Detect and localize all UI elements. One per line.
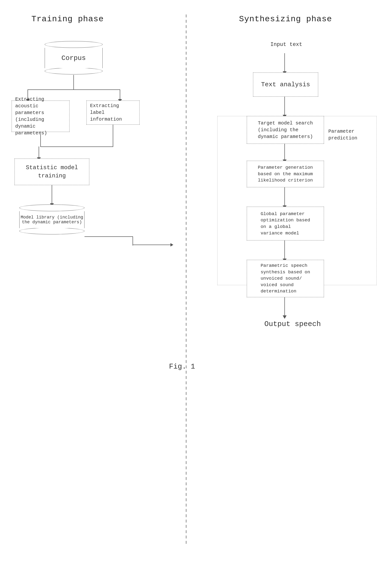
fig-caption: Fig. 1 (169, 362, 195, 371)
extract-acoustic-box: Extracting acoustic parameters (includin… (12, 101, 70, 132)
branch-horizontal (28, 89, 120, 90)
merge-horizontal (40, 147, 113, 147)
arrow-paramgen-to-global (284, 187, 285, 207)
training-phase-title: Training phase (31, 15, 104, 24)
target-model-box: Target model search (including the dynam… (247, 116, 324, 144)
corpus-cylinder: Corpus (45, 41, 103, 75)
merge-down-vert (39, 147, 39, 159)
arrow-statistic-to-lib (52, 185, 52, 205)
arrow-input-to-text-analysis (284, 53, 285, 72)
left-to-merge-vert (40, 132, 41, 147)
arrow-corpus-to-branch (73, 75, 74, 89)
parameter-generation-box: Parameter generation based on the maximu… (247, 161, 324, 187)
model-lib-body: Model library (including the dynamic par… (19, 211, 84, 228)
horiz-arrow-right2 (133, 245, 171, 245)
arrowhead-right-global (171, 243, 173, 247)
vert-down-mid (133, 236, 133, 246)
right-to-merge-vert (113, 125, 113, 147)
arrow-speech-to-output (284, 297, 285, 316)
arrow-global-to-speech (284, 240, 285, 260)
diagram-container: Training phase Synthesizing phase Corpus… (0, 0, 387, 588)
model-library-cylinder: Model library (including the dynamic par… (19, 205, 84, 236)
model-library-label: Model library (including the dynamic par… (19, 214, 84, 226)
horiz-arrow-to-right (84, 236, 133, 237)
cylinder-top (45, 41, 103, 48)
statistic-model-box: Statistic model training (15, 159, 89, 185)
input-text-label: Input text (271, 41, 302, 49)
cylinder-bottom (45, 68, 103, 74)
parametric-speech-box: Parametric speech synthesis based on unv… (247, 260, 324, 297)
output-speech-label: Output speech (264, 319, 321, 329)
arrow-target-to-paramgen (284, 144, 285, 161)
text-analysis-box: Text analysis (253, 72, 318, 97)
corpus-label: Corpus (45, 54, 102, 62)
model-lib-bottom (19, 228, 84, 234)
synthesizing-phase-title: Synthesizing phase (239, 15, 332, 24)
vertical-divider (186, 15, 186, 546)
arrow-text-to-target (284, 97, 285, 116)
model-lib-top (19, 205, 84, 211)
arrowhead-output (283, 315, 287, 319)
global-parameter-box: Global parameter optimization based on a… (247, 207, 324, 240)
extract-label-box: Extracting label information (86, 101, 139, 125)
parameter-prediction-label: Parameter prediction (328, 128, 357, 142)
cylinder-body: Corpus (45, 48, 103, 68)
